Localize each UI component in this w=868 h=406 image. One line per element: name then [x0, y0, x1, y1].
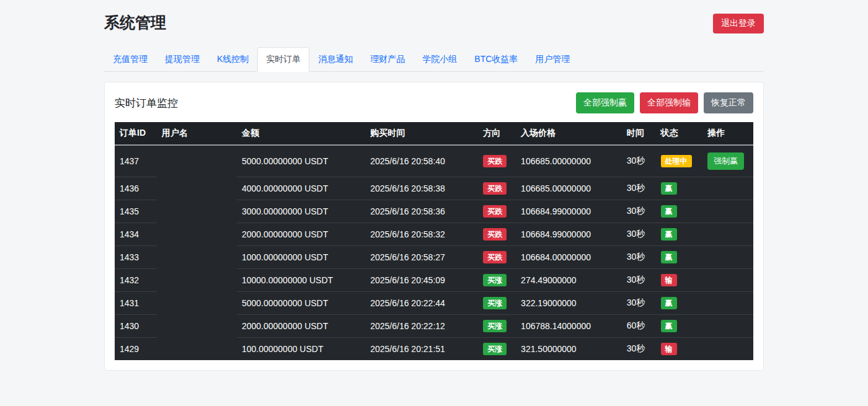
username-cell	[157, 145, 237, 177]
tab-btc-yield-rate[interactable]: BTC收益率	[466, 47, 526, 72]
orders-table-head: 订单ID 用户名 金额 购买时间 方向 入场价格 时间 状态 操作	[115, 122, 753, 145]
order-id-cell: 1433	[115, 246, 157, 269]
tab-bar: 充值管理提现管理K线控制实时订单消息通知理财产品学院小组BTC收益率用户管理	[104, 47, 764, 72]
status-cell: 赢	[656, 177, 703, 200]
column-header-buy-time: 购买时间	[365, 122, 478, 145]
entry-price-cell: 106684.99000000	[516, 223, 622, 246]
entry-price-cell: 106684.00000000	[516, 246, 622, 269]
status-badge: 赢	[661, 320, 677, 332]
status-cell: 赢	[656, 223, 703, 246]
direction-badge: 买涨	[483, 274, 507, 286]
duration-cell: 30秒	[622, 177, 656, 200]
entry-price-cell: 106685.00000000	[516, 145, 622, 177]
order-id-cell: 1429	[115, 338, 157, 361]
page-title: 系统管理	[104, 12, 764, 33]
status-cell: 处理中	[656, 145, 703, 177]
column-header-operation: 操作	[702, 122, 753, 145]
username-cell	[157, 223, 237, 246]
column-header-price: 入场价格	[516, 122, 622, 145]
direction-badge: 买跌	[483, 251, 507, 263]
logout-button[interactable]: 退出登录	[713, 14, 764, 33]
direction-cell: 买跌	[478, 223, 516, 246]
tab-realtime-orders[interactable]: 实时订单	[257, 47, 309, 72]
buy-time-cell: 2025/6/16 20:22:44	[365, 292, 478, 315]
status-badge: 赢	[661, 205, 677, 218]
amount-cell: 1000.00000000 USDT	[237, 246, 365, 269]
duration-cell: 30秒	[622, 292, 656, 315]
entry-price-cell: 321.50000000	[516, 338, 622, 361]
order-id-cell: 1431	[115, 292, 157, 315]
amount-cell: 5000.00000000 USDT	[237, 292, 365, 315]
tab-user-management[interactable]: 用户管理	[526, 47, 578, 72]
status-cell: 输	[656, 269, 703, 292]
direction-badge: 买涨	[483, 297, 507, 309]
operation-cell	[702, 223, 753, 246]
duration-cell: 30秒	[622, 338, 656, 361]
buy-time-cell: 2025/6/16 20:58:38	[365, 177, 478, 200]
operation-cell	[702, 177, 753, 200]
direction-cell: 买跌	[478, 246, 516, 269]
operation-cell	[702, 200, 753, 223]
force-all-win-button[interactable]: 全部强制赢	[576, 92, 634, 113]
tab-academy-group[interactable]: 学院小组	[414, 47, 466, 72]
direction-badge: 买涨	[483, 343, 507, 355]
amount-cell: 2000.00000000 USDT	[237, 223, 365, 246]
amount-cell: 3000.00000000 USDT	[237, 200, 365, 223]
operation-cell	[702, 292, 753, 315]
order-id-cell: 1434	[115, 223, 157, 246]
tab-message-notice[interactable]: 消息通知	[309, 47, 361, 72]
buy-time-cell: 2025/6/16 20:21:51	[365, 338, 478, 361]
buy-time-cell: 2025/6/16 20:58:40	[365, 145, 478, 177]
status-cell: 输	[656, 338, 703, 361]
tab-finance-products[interactable]: 理财产品	[361, 47, 414, 72]
operation-cell: 强制赢	[702, 145, 753, 177]
duration-cell: 30秒	[622, 200, 656, 223]
operation-cell	[702, 315, 753, 338]
orders-panel-header: 实时订单监控 全部强制赢全部强制输恢复正常	[115, 92, 753, 113]
amount-cell: 4000.00000000 USDT	[237, 177, 365, 200]
tab-kline-control[interactable]: K线控制	[208, 47, 257, 72]
status-cell: 赢	[656, 315, 703, 338]
direction-cell: 买涨	[478, 292, 516, 315]
status-cell: 赢	[656, 246, 703, 269]
order-id-cell: 1430	[115, 315, 157, 338]
force-win-button[interactable]: 强制赢	[707, 152, 744, 170]
buy-time-cell: 2025/6/16 20:45:09	[365, 269, 478, 292]
direction-badge: 买跌	[483, 205, 507, 218]
table-row: 14353000.00000000 USDT2025/6/16 20:58:36…	[115, 200, 753, 223]
status-cell: 赢	[656, 200, 703, 223]
direction-badge: 买跌	[483, 182, 507, 195]
status-badge: 输	[661, 343, 677, 355]
direction-badge: 买跌	[483, 228, 507, 241]
direction-cell: 买跌	[478, 145, 516, 177]
order-id-cell: 1432	[115, 269, 157, 292]
duration-cell: 30秒	[622, 223, 656, 246]
column-header-status: 状态	[656, 122, 703, 145]
direction-cell: 买涨	[478, 315, 516, 338]
orders-panel: 实时订单监控 全部强制赢全部强制输恢复正常 订单ID 用户名 金额 购买时间 方…	[104, 82, 764, 371]
order-id-cell: 1436	[115, 177, 157, 200]
restore-normal-button[interactable]: 恢复正常	[704, 92, 753, 113]
page-header: 系统管理 退出登录	[104, 0, 764, 35]
tab-recharge-management[interactable]: 充值管理	[104, 47, 156, 72]
main-container: 系统管理 退出登录 充值管理提现管理K线控制实时订单消息通知理财产品学院小组BT…	[104, 0, 764, 371]
buy-time-cell: 2025/6/16 20:58:36	[365, 200, 478, 223]
username-cell	[157, 338, 237, 361]
column-header-username: 用户名	[157, 122, 237, 145]
direction-cell: 买跌	[478, 200, 516, 223]
username-cell	[157, 246, 237, 269]
column-header-direction: 方向	[478, 122, 516, 145]
table-row: 14302000.00000000 USDT2025/6/16 20:22:12…	[115, 315, 753, 338]
column-header-duration: 时间	[622, 122, 656, 145]
panel-title: 实时订单监控	[115, 96, 178, 110]
operation-cell	[702, 269, 753, 292]
direction-cell: 买涨	[478, 269, 516, 292]
direction-badge: 买跌	[483, 155, 507, 167]
force-all-lose-button[interactable]: 全部强制输	[640, 92, 698, 113]
duration-cell: 30秒	[622, 246, 656, 269]
table-row: 14331000.00000000 USDT2025/6/16 20:58:27…	[115, 246, 753, 269]
direction-badge: 买涨	[483, 320, 507, 332]
status-badge: 输	[661, 274, 677, 286]
orders-table: 订单ID 用户名 金额 购买时间 方向 入场价格 时间 状态 操作 143750…	[115, 122, 753, 360]
tab-withdraw-management[interactable]: 提现管理	[156, 47, 208, 72]
